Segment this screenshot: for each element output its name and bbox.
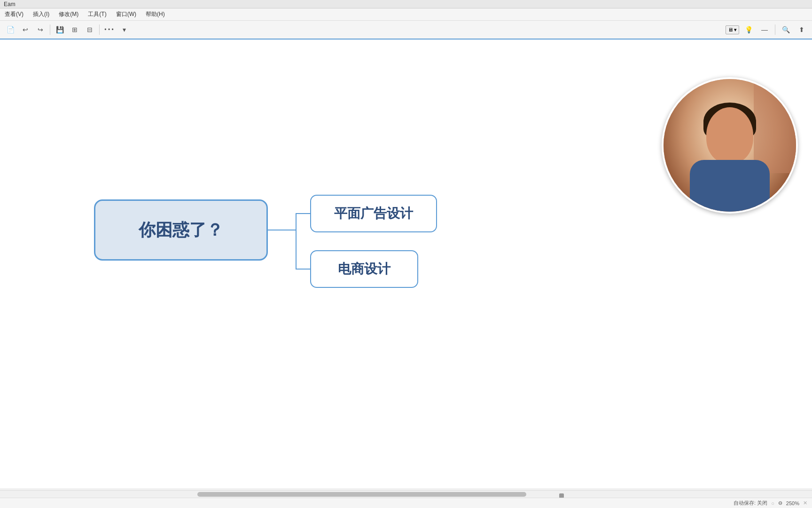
zoom-level: 250% — [786, 500, 799, 506]
search-icon: 🔍 — [782, 26, 790, 33]
close-icon: ✕ — [803, 500, 807, 506]
toolbar: 📄 ↩ ↪ 💾 ⊞ ⊟ • • • ▾ 🖥 ▾ 💡 — 🔍 — [0, 21, 812, 40]
branch-node-bottom[interactable]: 电商设计 — [310, 250, 418, 288]
webcam-overlay — [662, 77, 798, 214]
undo-button[interactable]: ↩ — [19, 23, 32, 36]
person-head — [706, 107, 753, 164]
status-bar: 自动保存: 关闭 ○ ⊖ 250% ✕ — [0, 498, 812, 508]
person-body — [690, 160, 770, 212]
redo-icon: ↪ — [38, 26, 43, 33]
main-node-text: 你困惑了？ — [139, 219, 223, 242]
chevron-down-icon: ▾ — [123, 26, 126, 33]
redo-button[interactable]: ↪ — [34, 23, 47, 36]
search-button[interactable]: 🔍 — [779, 23, 792, 36]
menu-help[interactable]: 帮助(H) — [144, 9, 167, 19]
toolbar-right: 🖥 ▾ 💡 — 🔍 ⬆ — [726, 23, 808, 36]
monitor-dropdown-icon: ▾ — [734, 27, 737, 33]
h-scrollbar[interactable] — [0, 490, 812, 498]
format1-button[interactable]: ⊞ — [68, 23, 81, 36]
format1-icon: ⊞ — [72, 26, 78, 33]
status-bar-right: 自动保存: 关闭 ○ ⊖ 250% ✕ — [734, 500, 807, 507]
menu-modify[interactable]: 修改(M) — [57, 9, 80, 19]
share-icon: ⬆ — [799, 26, 804, 33]
minus-button[interactable]: — — [758, 23, 771, 36]
format2-icon: ⊟ — [87, 26, 93, 33]
bulb-button[interactable]: 💡 — [742, 23, 755, 36]
more-button[interactable]: • • • — [102, 23, 116, 36]
more-icon: • • • — [104, 26, 113, 33]
zoom-icon: ⊖ — [778, 500, 782, 506]
divider-1 — [50, 24, 50, 35]
bulb-icon: 💡 — [745, 26, 753, 33]
menu-bar: 查看(V) 插入(I) 修改(M) 工具(T) 窗口(W) 帮助(H) — [0, 8, 812, 21]
menu-tools[interactable]: 工具(T) — [86, 9, 108, 19]
new-icon: 📄 — [7, 26, 15, 33]
monitor-icon: 🖥 — [728, 27, 733, 32]
format2-button[interactable]: ⊟ — [83, 23, 96, 36]
branch-bottom-text: 电商设计 — [338, 260, 390, 278]
menu-insert[interactable]: 插入(I) — [31, 9, 51, 19]
auto-save-label: 自动保存: 关闭 — [734, 500, 767, 507]
divider-2 — [99, 24, 100, 35]
divider-3 — [775, 24, 775, 35]
menu-window[interactable]: 窗口(W) — [114, 9, 138, 19]
new-button[interactable]: 📄 — [4, 23, 17, 36]
minus-icon: — — [761, 26, 768, 33]
share-button[interactable]: ⬆ — [795, 23, 808, 36]
save-icon: 💾 — [56, 26, 64, 33]
bg-curtain — [754, 79, 796, 173]
main-node[interactable]: 你困惑了？ — [94, 199, 268, 261]
canvas-area[interactable]: 你困惑了？ 平面广告设计 电商设计 — [0, 40, 812, 488]
save-button[interactable]: 💾 — [53, 23, 66, 36]
branch-top-text: 平面广告设计 — [334, 205, 413, 222]
title-bar: Eam — [0, 0, 812, 8]
webcam-video — [664, 79, 796, 212]
monitor-group[interactable]: 🖥 ▾ — [726, 25, 739, 34]
dropdown-arrow[interactable]: ▾ — [117, 23, 131, 36]
status-divider: ○ — [771, 500, 774, 506]
undo-icon: ↩ — [23, 26, 28, 33]
app-title: Eam — [4, 1, 16, 8]
branch-node-top[interactable]: 平面广告设计 — [310, 195, 437, 232]
h-scrollbar-thumb[interactable] — [197, 492, 526, 497]
menu-view[interactable]: 查看(V) — [3, 9, 25, 19]
